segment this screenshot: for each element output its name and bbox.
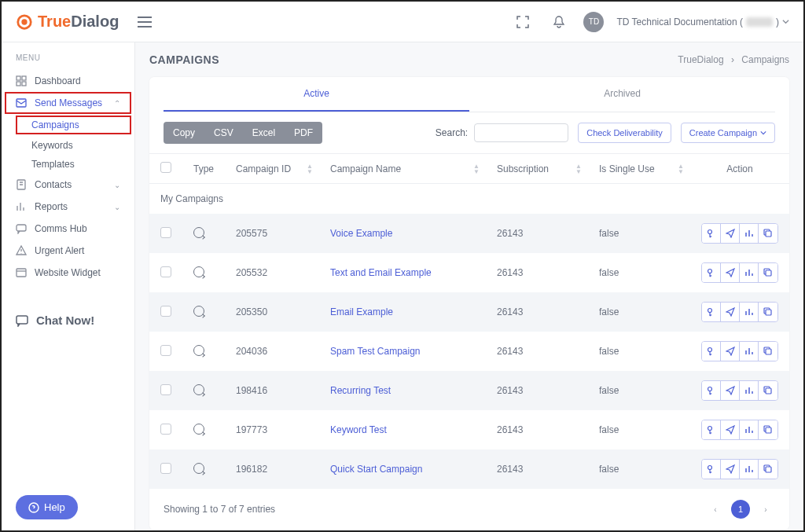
cell-subscription: 26143 (486, 332, 588, 371)
sidebar-item-urgent-alert[interactable]: Urgent Alert (2, 240, 134, 262)
row-checkbox[interactable] (160, 424, 171, 435)
svg-rect-13 (766, 231, 771, 237)
chart-icon[interactable] (740, 263, 759, 282)
edit-icon[interactable] (702, 420, 721, 439)
col-subscription[interactable]: Subscription▲▼ (486, 154, 588, 184)
chart-icon[interactable] (740, 303, 759, 321)
page-number[interactable]: 1 (731, 500, 750, 519)
copy-button[interactable]: Copy (164, 122, 204, 144)
copy-icon[interactable] (759, 420, 777, 439)
excel-button[interactable]: Excel (243, 122, 285, 144)
csv-button[interactable]: CSV (204, 122, 243, 144)
create-campaign-button[interactable]: Create Campaign (681, 123, 775, 143)
send-icon[interactable] (721, 263, 740, 282)
chart-icon[interactable] (740, 420, 759, 439)
campaign-link[interactable]: Text and Email Example (330, 267, 432, 278)
send-icon[interactable] (721, 381, 740, 400)
copy-icon[interactable] (759, 460, 777, 479)
edit-icon[interactable] (702, 263, 721, 282)
check-deliverability-button[interactable]: Check Deliverability (578, 123, 671, 143)
search-input[interactable] (474, 123, 568, 142)
pdf-button[interactable]: PDF (285, 122, 322, 144)
campaign-link[interactable]: Recurring Test (330, 385, 391, 396)
copy-icon[interactable] (759, 263, 777, 282)
logo-icon (16, 13, 33, 31)
col-name[interactable]: Campaign Name▲▼ (319, 154, 486, 184)
bell-icon[interactable] (547, 10, 571, 34)
edit-icon[interactable] (702, 460, 721, 479)
edit-icon[interactable] (702, 342, 721, 361)
sidebar-item-dashboard[interactable]: Dashboard (2, 70, 134, 92)
help-button[interactable]: Help (16, 495, 78, 519)
cell-subscription: 26143 (486, 371, 588, 410)
chevron-down-icon (782, 18, 789, 25)
help-icon (28, 502, 39, 513)
row-checkbox[interactable] (160, 384, 171, 395)
reports-icon (16, 201, 27, 212)
sidebar-item-send-messages[interactable]: Send Messages ⌃ (5, 92, 131, 114)
copy-icon[interactable] (759, 381, 777, 400)
copy-icon[interactable] (759, 342, 777, 361)
edit-icon[interactable] (702, 303, 721, 321)
row-checkbox[interactable] (160, 345, 171, 356)
fullscreen-icon[interactable] (511, 10, 535, 34)
campaign-link[interactable]: Quick Start Campaign (330, 464, 422, 475)
sort-icon: ▲▼ (575, 163, 582, 174)
chart-icon[interactable] (740, 381, 759, 400)
copy-icon[interactable] (759, 224, 777, 243)
send-icon[interactable] (721, 303, 740, 321)
row-checkbox[interactable] (160, 227, 171, 238)
sidebar-subitem-campaigns[interactable]: Campaigns (16, 116, 131, 134)
row-checkbox[interactable] (160, 463, 171, 474)
tab-active[interactable]: Active (164, 77, 469, 112)
edit-icon[interactable] (702, 224, 721, 243)
svg-point-20 (708, 387, 711, 391)
campaign-link[interactable]: Spam Test Campaign (330, 346, 421, 357)
svg-point-14 (708, 270, 711, 273)
chart-icon[interactable] (740, 460, 759, 479)
chart-icon[interactable] (740, 342, 759, 361)
send-icon[interactable] (721, 460, 740, 479)
chart-icon[interactable] (740, 224, 759, 243)
svg-rect-15 (766, 270, 771, 276)
logo[interactable]: TrueDialog (16, 13, 119, 31)
svg-rect-3 (22, 76, 26, 80)
tab-archived[interactable]: Archived (469, 77, 775, 112)
page-prev[interactable]: ‹ (706, 500, 725, 519)
widget-icon (16, 267, 27, 278)
table-row: 204036 Spam Test Campaign 26143 false (149, 332, 789, 371)
select-all-checkbox[interactable] (160, 162, 171, 173)
send-icon[interactable] (721, 342, 740, 361)
svg-point-12 (708, 230, 711, 234)
group-header: My Campaigns (149, 184, 789, 215)
campaign-link[interactable]: Voice Example (330, 228, 392, 239)
sidebar-item-contacts[interactable]: Contacts ⌄ (2, 174, 134, 196)
send-icon[interactable] (721, 420, 740, 439)
sidebar-subitem-keywords[interactable]: Keywords (2, 136, 134, 155)
user-menu[interactable]: TD Technical Documentation () (616, 17, 789, 28)
col-type[interactable]: Type (182, 154, 225, 184)
chevron-up-icon: ⌃ (114, 99, 120, 108)
col-id[interactable]: Campaign ID▲▼ (225, 154, 319, 184)
page-next[interactable]: › (756, 500, 775, 519)
campaign-link[interactable]: Email Example (330, 306, 393, 317)
table-row: 205532 Text and Email Example 26143 fals… (149, 253, 789, 292)
breadcrumb-root[interactable]: TrueDialog (678, 54, 723, 65)
sidebar-item-comms-hub[interactable]: Comms Hub (2, 218, 134, 240)
send-icon[interactable] (721, 224, 740, 243)
sidebar-item-reports[interactable]: Reports ⌄ (2, 196, 134, 218)
avatar[interactable]: TD (583, 12, 604, 32)
sidebar-subitem-templates[interactable]: Templates (2, 155, 134, 174)
sidebar-item-website-widget[interactable]: Website Widget (2, 262, 134, 284)
chevron-down-icon (760, 130, 766, 136)
row-checkbox[interactable] (160, 266, 171, 277)
chat-now-button[interactable]: Chat Now! (2, 303, 134, 338)
row-checkbox[interactable] (160, 306, 171, 317)
copy-icon[interactable] (759, 303, 777, 321)
campaign-link[interactable]: Keyword Test (330, 424, 387, 435)
cell-single: false (588, 371, 690, 410)
col-single[interactable]: Is Single Use▲▼ (588, 154, 690, 184)
table-row: 197773 Keyword Test 26143 false (149, 410, 789, 449)
edit-icon[interactable] (702, 381, 721, 400)
menu-toggle-icon[interactable] (138, 17, 152, 28)
